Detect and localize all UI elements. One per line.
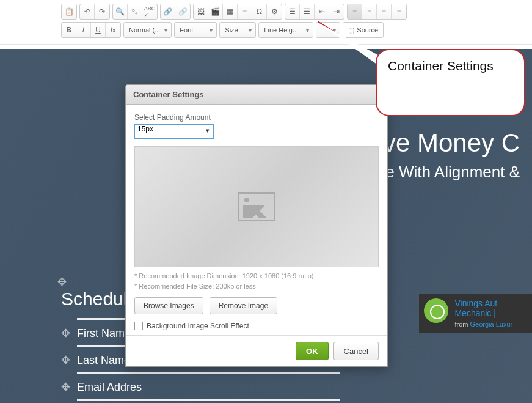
outdent-icon[interactable]: ⇤ <box>315 4 329 19</box>
link-icon[interactable]: 🔗 <box>161 4 175 19</box>
hero-text: ave Money C e With Alignment & <box>369 128 520 182</box>
video-card[interactable]: Vinings AutMechanic | from Georgia Luxur <box>419 294 532 333</box>
dialog-title: Container Settings <box>126 85 387 105</box>
align-left-icon[interactable]: ≡ <box>348 4 362 19</box>
video-title: Vinings AutMechanic | from Georgia Luxur <box>454 298 512 328</box>
undo-icon[interactable]: ↶ <box>80 4 95 19</box>
padding-select[interactable]: 15px <box>134 124 214 139</box>
browse-images-button[interactable]: Browse Images <box>134 297 203 314</box>
toolbar-row-1: 📋 ↶ ↷ 🔍 ᵇₐ ABC✓ 🔗 🔗 🖼 🎬 ▦ ≡ Ω ⚙ ☰ ☰ ⇤ ⇥ <box>61 4 471 20</box>
hero-line1: ave Money C <box>369 128 520 158</box>
clear-format-button[interactable]: Ix <box>106 23 120 37</box>
format-select[interactable]: Normal (... <box>123 22 172 38</box>
indent-icon[interactable]: ⇥ <box>329 4 344 19</box>
hint-dimension: * Recommended Image Dimension: 1920 x 10… <box>134 271 379 281</box>
source-label: Source <box>357 26 378 34</box>
video-icon[interactable]: 🎬 <box>208 4 223 19</box>
image-placeholder-icon <box>238 192 275 221</box>
unlink-icon[interactable]: 🔗 <box>175 4 190 19</box>
padding-label: Select Padding Amount <box>134 113 379 122</box>
hr-icon[interactable]: ≡ <box>238 4 252 19</box>
move-handle-icon[interactable]: ✥ <box>61 327 75 340</box>
video-from-prefix: from <box>454 320 470 328</box>
spellcheck-icon[interactable]: ABC✓ <box>142 4 157 19</box>
dialog-body: Select Padding Amount 15px * Recommended… <box>126 105 387 335</box>
form-divider <box>77 372 340 374</box>
find-icon[interactable]: 🔍 <box>113 4 128 19</box>
italic-button[interactable]: I <box>76 23 91 37</box>
font-select[interactable]: Font <box>174 22 217 38</box>
paste-icon[interactable]: 📋 <box>62 4 76 19</box>
container-settings-dialog: Container Settings Select Padding Amount… <box>125 84 388 367</box>
hint-filesize: * Recommended File Size: 200kb or less <box>134 281 379 292</box>
toolbar-row-2: B I U Ix Normal (... Font Size Line Heig… <box>61 22 471 38</box>
scroll-effect-checkbox[interactable] <box>134 322 143 330</box>
table-icon[interactable]: ▦ <box>223 4 238 19</box>
image-preview <box>134 146 379 267</box>
move-handle-icon[interactable]: ✥ <box>61 380 75 394</box>
hero-line2: e With Alignment & <box>369 163 520 182</box>
align-right-icon[interactable]: ≡ <box>377 4 392 19</box>
numbered-list-icon[interactable]: ☰ <box>285 4 300 19</box>
video-from-link[interactable]: Georgia Luxur <box>470 320 513 328</box>
form-divider <box>77 399 340 401</box>
extra-select[interactable] <box>316 22 340 38</box>
move-handle-icon[interactable]: ✥ <box>61 353 75 367</box>
avatar-icon <box>424 298 448 323</box>
lineheight-select[interactable]: Line Heig... <box>258 22 313 38</box>
size-select[interactable]: Size <box>219 22 256 38</box>
move-handle-icon[interactable]: ✥ <box>57 276 67 288</box>
remove-image-button[interactable]: Remove Image <box>210 297 277 314</box>
callout-bubble: Container Settings <box>376 49 525 116</box>
email-label: Email Addres <box>77 381 169 394</box>
dialog-footer: OK Cancel <box>126 335 387 366</box>
editor-toolbar: 📋 ↶ ↷ 🔍 ᵇₐ ABC✓ 🔗 🔗 🖼 🎬 ▦ ≡ Ω ⚙ ☰ ☰ ⇤ ⇥ <box>0 0 532 45</box>
settings-icon[interactable]: ⚙ <box>267 4 282 19</box>
ok-button[interactable]: OK <box>296 342 329 360</box>
source-button[interactable]: ⬚Source <box>343 22 384 38</box>
redo-icon[interactable]: ↷ <box>95 4 109 19</box>
scroll-effect-label: Background Image Scroll Effect <box>147 322 249 330</box>
callout-text: Container Settings <box>388 59 494 73</box>
image-icon[interactable]: 🖼 <box>194 4 208 19</box>
source-icon: ⬚ <box>348 26 354 34</box>
underline-button[interactable]: U <box>91 23 106 37</box>
specialchar-icon[interactable]: Ω <box>252 4 267 19</box>
align-justify-icon[interactable]: ≡ <box>392 4 406 19</box>
align-center-icon[interactable]: ≡ <box>362 4 377 19</box>
bold-button[interactable]: B <box>62 23 76 37</box>
bullet-list-icon[interactable]: ☰ <box>300 4 315 19</box>
cancel-button[interactable]: Cancel <box>333 342 379 360</box>
replace-icon[interactable]: ᵇₐ <box>128 4 142 19</box>
